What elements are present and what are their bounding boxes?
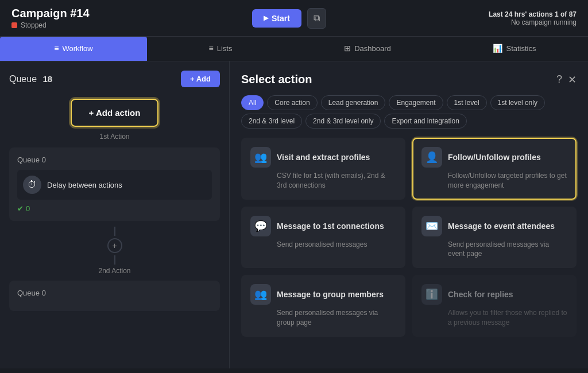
card-header-follow-unfollow: 👤 Follow/Unfollow profiles [421,147,567,168]
card-header-visit-extract: 👥 Visit and extract profiles [250,147,396,168]
card-icon-message-1st: 💬 [250,216,271,236]
filter-tag-1st-level[interactable]: 1st level [447,95,487,110]
tab-lists-label: Lists [217,44,233,53]
status-dot [11,22,17,28]
card-icon-message-event: ✉️ [421,216,442,236]
panel-title: Select action [241,73,312,86]
tab-workflow[interactable]: ≡ Workflow [0,37,147,61]
card-title-follow-unfollow: Follow/Unfollow profiles [448,153,541,162]
queue-text: Queue [9,74,37,84]
tab-dashboard-label: Dashboard [354,44,391,53]
filter-tag-2nd-and-3rd-level[interactable]: 2nd & 3rd level [241,114,302,129]
card-title-visit-extract: Visit and extract profiles [277,153,370,162]
queue-block-2-header: Queue 0 [17,289,212,297]
queue-header: Queue 18 + Add [9,71,220,87]
queue-block-1: Queue 0 ⏱ Delay between actions ✔ 0 [9,147,220,221]
add-action-container: + Add action [9,99,220,127]
action-card-check-replies[interactable]: ℹ️ Check for replies Allows you to filte… [412,275,577,337]
card-desc-visit-extract: CSV file for 1st (with emails), 2nd & 3r… [250,171,396,191]
workflow-icon: ≡ [54,44,59,53]
filter-tag-export-and-integration[interactable]: Export and integration [384,114,466,129]
filter-tag-1st-level-only[interactable]: 1st level only [490,95,545,110]
card-desc-message-event: Send personalised messages via event pag… [421,240,567,259]
queue-block-1-header: Queue 0 [17,156,212,164]
delay-action-item: ⏱ Delay between actions [17,170,212,200]
card-desc-follow-unfollow: Follow/Unfollow targeted profiles to get… [421,171,567,191]
main-content: Queue 18 + Add + Add action 1st Action Q… [0,61,588,368]
card-desc-check-replies: Allows you to filter those who replied t… [421,308,567,328]
header-right: Last 24 hrs' actions 1 of 87 No campaign… [489,10,577,26]
filter-tag-lead-generation[interactable]: Lead generation [321,95,386,110]
statistics-icon: 📊 [493,44,502,53]
card-header-message-group: 👥 Message to group members [250,284,396,305]
action-card-message-1st[interactable]: 💬 Message to 1st connections Send person… [241,207,405,269]
action-card-message-event[interactable]: ✉️ Message to event attendees Send perso… [412,207,577,269]
lists-icon: ≡ [209,44,214,53]
filter-tag-2nd-and-3rd-level-only[interactable]: 2nd & 3rd level only [305,114,381,129]
card-icon-message-group: 👥 [250,284,271,305]
help-button[interactable]: ? [556,73,562,86]
card-header-message-1st: 💬 Message to 1st connections [250,216,396,236]
panel-header: Select action ? ✕ [241,73,577,86]
actions-count: Last 24 hrs' actions 1 of 87 [489,10,577,18]
status-label: Stopped [21,21,47,29]
dashboard-icon: ⊞ [344,44,351,53]
no-campaign-label: No campaign running [489,18,577,26]
card-title-check-replies: Check for replies [448,290,513,299]
card-desc-message-1st: Send personalised messages [250,240,396,250]
check-icon: ✔ [17,204,24,213]
header: Campaign #14 Stopped Start ⧉ Last 24 hrs… [0,0,588,37]
header-left: Campaign #14 Stopped [11,7,90,29]
queue-number: 18 [43,74,53,84]
add-connector-button[interactable]: + [107,238,122,253]
filter-tags: AllCore actionLead generationEngagement1… [241,95,577,129]
copy-button[interactable]: ⧉ [307,8,326,29]
card-title-message-1st: Message to 1st connections [277,222,384,231]
second-action-label: 2nd Action [9,267,220,275]
connector-line-2 [9,255,220,265]
card-title-message-event: Message to event attendees [448,222,555,231]
delay-icon: ⏱ [23,176,41,194]
connector-circle-container: + [9,238,220,253]
start-button[interactable]: Start [252,9,301,28]
connector-line-1 [9,227,220,236]
check-count-value: 0 [26,204,30,213]
card-desc-message-group: Send personalised messages via group pag… [250,308,396,328]
card-title-message-group: Message to group members [277,290,384,299]
add-action-button[interactable]: + Add action [71,99,159,127]
close-button[interactable]: ✕ [568,73,577,86]
queue-label: Queue 18 [9,74,52,84]
right-panel: Select action ? ✕ AllCore actionLead gen… [230,61,588,368]
delay-label: Delay between actions [47,181,122,189]
tab-workflow-label: Workflow [62,44,92,53]
tab-lists[interactable]: ≡ Lists [147,37,294,61]
first-action-label: 1st Action [9,133,220,141]
filter-tag-engagement[interactable]: Engagement [389,95,443,110]
tabs-bar: ≡ Workflow ≡ Lists ⊞ Dashboard 📊 Statist… [0,37,588,61]
tab-dashboard[interactable]: ⊞ Dashboard [294,37,441,61]
filter-tag-core-action[interactable]: Core action [267,95,317,110]
left-panel: Queue 18 + Add + Add action 1st Action Q… [0,61,230,368]
card-header-message-event: ✉️ Message to event attendees [421,216,567,236]
action-card-follow-unfollow[interactable]: 👤 Follow/Unfollow profiles Follow/Unfoll… [412,138,577,200]
add-queue-button[interactable]: + Add [181,71,220,87]
action-card-visit-extract[interactable]: 👥 Visit and extract profiles CSV file fo… [241,138,405,200]
campaign-status: Stopped [11,21,90,29]
card-icon-visit-extract: 👥 [250,147,271,168]
tab-statistics[interactable]: 📊 Statistics [441,37,588,61]
queue-block-2: Queue 0 [9,281,220,311]
card-icon-follow-unfollow: 👤 [421,147,442,168]
card-icon-check-replies: ℹ️ [421,284,442,305]
cards-grid: 👥 Visit and extract profiles CSV file fo… [241,138,577,337]
check-count: ✔ 0 [17,204,212,213]
panel-actions: ? ✕ [556,73,577,86]
card-header-check-replies: ℹ️ Check for replies [421,284,567,305]
header-center: Start ⧉ [252,8,326,29]
action-card-message-group[interactable]: 👥 Message to group members Send personal… [241,275,405,337]
tab-statistics-label: Statistics [506,44,536,53]
filter-tag-all[interactable]: All [241,95,264,110]
campaign-title: Campaign #14 [11,7,90,20]
